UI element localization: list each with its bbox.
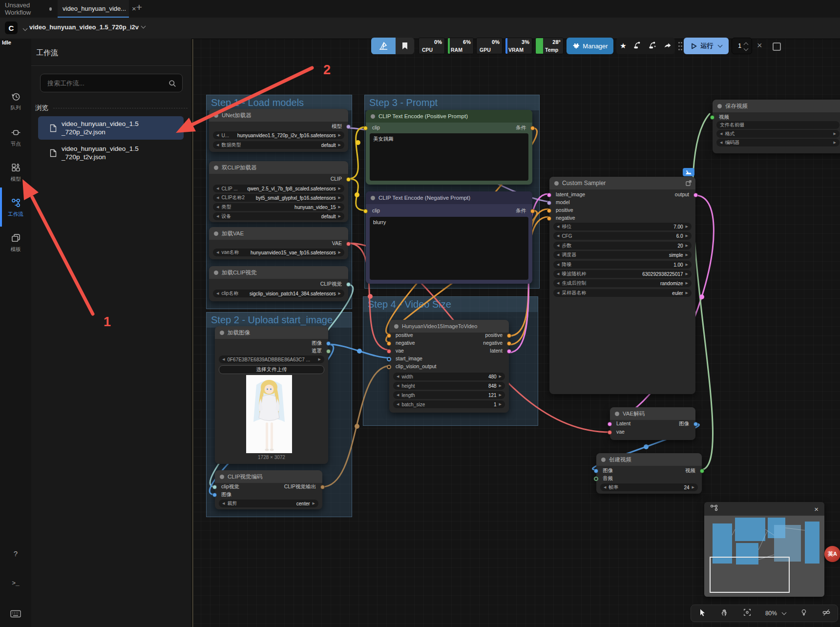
port-model-in[interactable]	[547, 201, 551, 205]
port-vae-in[interactable]	[608, 430, 612, 435]
port-vae-out[interactable]	[346, 242, 351, 246]
widget-length[interactable]: ◀length121▶	[393, 391, 505, 399]
widget-height[interactable]: ◀height848▶	[393, 382, 505, 390]
port-negative-out[interactable]	[507, 341, 511, 346]
star-icon[interactable]: ★	[620, 42, 626, 50]
node-negative-prompt[interactable]: CLIP Text Encode (Negative Prompt) clip …	[366, 191, 532, 284]
widget-clip1[interactable]: ◀CLIP ...qwen_2.5_vl_7b_fp8_scaled.safet…	[213, 185, 344, 192]
run-button[interactable]: 运行	[684, 38, 729, 54]
node-save-video[interactable]: 保存视频 视频 文件名前缀 ◀格式▶ ◀编码器▶	[713, 100, 840, 153]
workflow-item-t2v[interactable]: video_hunyuan_video_1.5_720p_t2v.json	[38, 141, 184, 165]
node-collapse-dot[interactable]	[214, 113, 218, 118]
widget-fps[interactable]: ◀帧率24▶	[600, 483, 698, 491]
port-latent-out[interactable]	[507, 349, 511, 354]
batch-count-stepper[interactable]: 1	[732, 38, 752, 54]
widget-noise-seed[interactable]: ◀噪波随机种630292938225017▶	[553, 270, 692, 278]
upload-file-button[interactable]: 选择文件上传	[219, 365, 324, 374]
node-collapse-dot[interactable]	[601, 458, 606, 462]
node-collapse-dot[interactable]	[554, 181, 559, 186]
port-negative-in[interactable]	[547, 216, 551, 221]
node-i2v[interactable]: HunyuanVideo15ImageToVideo positive nega…	[389, 320, 509, 413]
node-vae-decode[interactable]: VAE解码 Latent vae 图像	[610, 407, 695, 440]
port-latent-in[interactable]	[608, 422, 612, 426]
node-collapse-dot[interactable]	[371, 114, 375, 119]
pan-tool-icon[interactable]	[720, 608, 729, 619]
node-load-vae[interactable]: 加载VAE VAE ◀vae名称hunyuanvideo15_vae_fp16.…	[209, 227, 348, 259]
widget-clipvision-name[interactable]: ◀clip名称sigclip_vision_patch14_384.safete…	[213, 290, 344, 297]
widget-shift[interactable]: ◀移位7.00▶	[553, 223, 692, 230]
shortcuts-button[interactable]	[0, 610, 31, 620]
zoom-control[interactable]: 80%	[765, 610, 786, 617]
node-unet-loader[interactable]: UNet加载器 模型 ◀U...hunyuanvideo1.5_720p_i2v…	[209, 109, 348, 152]
port-start-image-in[interactable]	[387, 357, 391, 361]
node-collapse-dot[interactable]	[615, 412, 619, 416]
minimap[interactable]: ×	[704, 502, 824, 597]
new-tab-button[interactable]: +	[133, 1, 146, 13]
port-positive-out[interactable]	[507, 334, 511, 338]
sidebar-item-queue[interactable]: 队列	[0, 91, 31, 111]
logo-chevron-icon[interactable]	[23, 26, 28, 31]
cancel-icon[interactable]: ×	[757, 41, 762, 51]
node-collapse-dot[interactable]	[214, 231, 218, 236]
node-create-video[interactable]: 创建视频 图像 音频 视频 ◀帧率24▶	[596, 453, 702, 494]
tab-active-workflow[interactable]: video_hunyuan_vide...×	[58, 0, 129, 18]
sampler-badge-icon[interactable]	[683, 168, 694, 176]
widget-image-file[interactable]: ◀0F67E3B7E6839ADBBBE86A63C7 ...▶	[219, 355, 324, 363]
input-method-badge[interactable]: 英A	[824, 546, 840, 562]
widget-sampler-name[interactable]: ◀采样器名称euler▶	[553, 289, 692, 297]
port-clip-in[interactable]	[363, 126, 368, 130]
unlink-icon[interactable]	[822, 608, 831, 619]
node-collapse-dot[interactable]	[220, 331, 224, 335]
toggle-link-visibility-icon[interactable]	[799, 608, 808, 619]
node-load-clipvision[interactable]: 加载CLIP视觉 CLIP视觉 ◀clip名称sigclip_vision_pa…	[209, 266, 348, 301]
node-collapse-dot[interactable]	[214, 271, 218, 275]
port-model-out[interactable]	[346, 125, 351, 129]
node-collapse-dot[interactable]	[394, 324, 399, 329]
node-dualclip-loader[interactable]: 双CLIP加载器 CLIP ◀CLIP ...qwen_2.5_vl_7b_fp…	[209, 161, 348, 222]
widget-codec[interactable]: ◀编码器▶	[716, 139, 840, 146]
drag-handle[interactable]	[678, 41, 683, 51]
widget-filename-prefix[interactable]: 文件名前缀	[716, 121, 840, 129]
port-conditioning-out[interactable]	[530, 126, 535, 130]
minimap-close-icon[interactable]: ×	[814, 505, 819, 513]
widget-steps[interactable]: ◀步数20▶	[553, 242, 692, 250]
prompt-textarea[interactable]: blurry	[370, 217, 528, 280]
widget-dtype[interactable]: ◀数据类型default▶	[213, 141, 344, 149]
sidebar-item-models[interactable]: 模型	[0, 163, 31, 183]
port-conditioning-out[interactable]	[530, 209, 535, 213]
run-options-chevron-icon[interactable]	[717, 43, 722, 48]
comfyui-logo[interactable]: C	[5, 21, 18, 34]
port-image-in[interactable]	[594, 469, 598, 473]
port-positive-in[interactable]	[387, 334, 391, 338]
workflow-title[interactable]: video_hunyuan_video_1.5_720p_i2v	[29, 23, 145, 31]
widget-crop[interactable]: ◀裁剪center▶	[219, 500, 318, 507]
widget-vae-name[interactable]: ◀vae名称hunyuanvideo15_vae_fp16.safetensor…	[213, 249, 344, 256]
port-image-out[interactable]	[693, 422, 698, 426]
port-negative-in[interactable]	[387, 341, 391, 346]
sidebar-item-templates[interactable]: 模板	[0, 233, 31, 253]
port-positive-in[interactable]	[547, 209, 551, 213]
fit-view-icon[interactable]	[743, 608, 752, 619]
widget-type[interactable]: ◀类型hunyuan_video_15▶	[213, 203, 344, 211]
widget-clip2[interactable]: ◀CLIP名称2byt5_small_glyphxl_fp16.safetens…	[213, 194, 344, 202]
share-icon[interactable]	[664, 42, 672, 50]
sidebar-item-nodes[interactable]: 节点	[0, 127, 31, 147]
node-collapse-dot[interactable]	[717, 104, 722, 108]
minimap-body[interactable]	[704, 516, 824, 597]
widget-device[interactable]: ◀设备default▶	[213, 212, 344, 220]
workflow-search[interactable]	[40, 74, 183, 92]
widget-width[interactable]: ◀width480▶	[393, 373, 505, 380]
prompt-textarea[interactable]: 美女跳舞	[370, 133, 528, 181]
port-latent-image-in[interactable]	[547, 193, 551, 197]
port-clipvision-in[interactable]	[212, 485, 217, 489]
widget-cfg[interactable]: ◀CFG6.0▶	[553, 232, 692, 240]
select-tool-icon[interactable]	[698, 608, 707, 619]
node-positive-prompt[interactable]: CLIP Text Encode (Positive Prompt) clip …	[366, 110, 532, 185]
widget-denoise[interactable]: ◀降噪1.00▶	[553, 261, 692, 269]
port-image-out[interactable]	[326, 341, 331, 346]
port-video-in[interactable]	[710, 115, 714, 120]
search-input[interactable]	[46, 76, 161, 90]
port-output-out[interactable]	[693, 193, 698, 197]
help-button[interactable]: ?	[0, 549, 31, 558]
port-mask-out[interactable]	[326, 349, 331, 354]
